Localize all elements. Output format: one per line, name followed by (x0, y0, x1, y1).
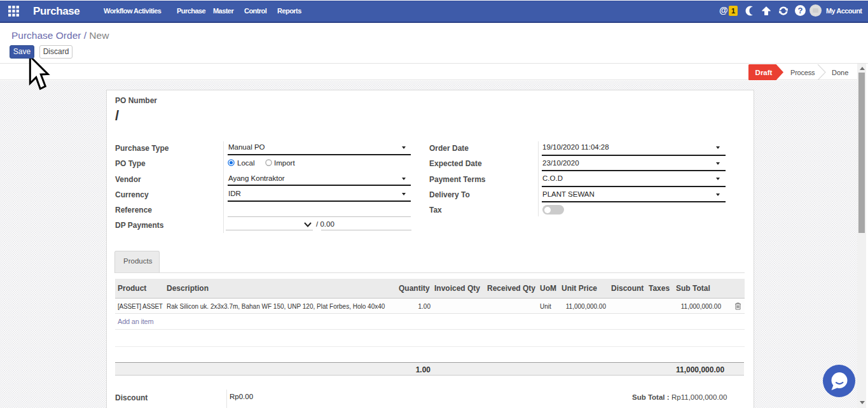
svg-text:Draft: Draft (755, 69, 773, 76)
